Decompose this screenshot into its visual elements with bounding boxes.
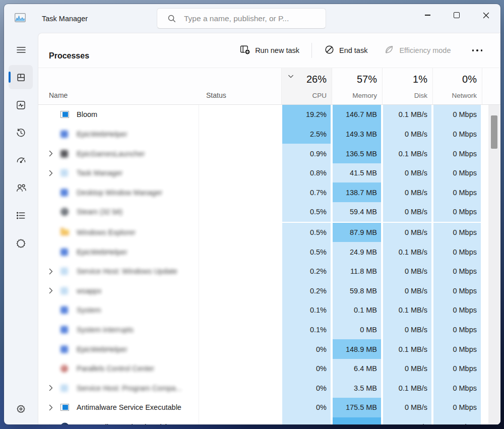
process-disk-cell: 0 MB/s [382,163,432,183]
process-disk-cell: 0 MB/s [382,398,432,417]
process-memory-value: 136.5 MB [333,144,381,163]
column-header-cpu[interactable]: 26% CPU [281,68,332,104]
expand-chevron-icon[interactable] [49,398,53,417]
process-disk-value: 0 MB/s [383,163,431,183]
process-disk-value: 0 MB/s [383,125,431,144]
process-cpu-cell: 0.2% [281,281,332,300]
process-memory-cell: 11.8 MB [332,262,382,281]
memory-column-label: Memory [352,92,377,99]
process-network-cell: 0 Mbps [432,281,482,300]
process-cpu-value: 0.7% [282,182,331,202]
sidebar-item-details[interactable] [4,203,38,227]
column-header-status[interactable]: Status [206,91,226,99]
process-name: Desktop Window Manager [77,182,162,202]
process-memory-cell: 59.4 MB [332,202,382,222]
process-cpu-value: 0.2% [282,262,331,281]
process-disk-cell: 0 MB/s [382,223,432,242]
process-cpu-cell: 0.5% [281,223,332,242]
process-disk-cell: 0.1 MB/s [382,105,432,125]
sidebar-item-app-history[interactable] [4,120,38,145]
vertical-scrollbar[interactable] [488,105,500,424]
app-blue-icon [60,345,68,353]
minimize-button[interactable] [413,4,442,26]
expand-chevron-icon[interactable] [49,417,53,424]
settings-button[interactable] [4,397,38,421]
column-header-memory[interactable]: 57% Memory [332,68,382,104]
process-network-value: 0 Mbps [433,320,481,340]
navigation-rail [4,33,38,424]
process-row[interactable]: EpicWebHelper2.5%149.3 MB0 MB/s0 Mbps [38,125,500,144]
process-row[interactable]: EpicWebHelper0.5%24.9 MB0.1 MB/s0 Mbps [38,242,500,262]
process-row[interactable]: Service Host: Program Compa...0%3.5 MB0.… [38,379,500,398]
process-row[interactable]: Task Manager0.8%41.5 MB0 MB/s0 Mbps [38,163,500,183]
run-new-task-button[interactable]: Run new task [235,41,303,59]
performance-icon [16,100,26,110]
sidebar-item-startup-apps[interactable] [4,148,38,172]
search-box[interactable]: Type a name, publisher, or P... [157,8,326,29]
close-button[interactable] [471,4,500,26]
process-memory-cell: 41.5 MB [332,163,382,183]
process-row[interactable]: Desktop Window Manager0.7%138.7 MB0 MB/s… [38,182,500,202]
efficiency-mode-button[interactable]: Efficiency mode [380,41,455,59]
process-name: Service Host: Program Compa... [77,379,182,398]
process-row[interactable]: System interrupts0.1%0 MB0 MB/s0 Mbps [38,320,500,340]
process-cpu-value: 2.5% [282,125,331,144]
process-memory-value: 138.7 MB [333,182,381,202]
toolbar-divider [311,43,312,58]
process-row[interactable]: Bloom19.2%146.7 MB0.1 MB/s0 Mbps [38,105,500,125]
process-row[interactable]: Windows Explorer0.5%87.9 MB0 MB/s0 Mbps [38,223,500,242]
sidebar-item-performance[interactable] [4,93,38,117]
process-cpu-cell: 0.8% [281,163,332,183]
process-row[interactable]: Antimalware Service Executable0%175.5 MB… [38,398,500,417]
process-cpu-cell: 0% [281,379,332,398]
process-disk-value: 0.1 MB/s [383,242,431,262]
process-name: Bloom [77,105,97,125]
process-cpu-value: 0.5% [282,223,331,242]
process-cpu-cell: 0.1% [281,300,332,320]
process-name: EpicWebHelper [77,242,127,262]
column-header-network[interactable]: 0% Network [432,68,482,104]
process-cpu-value: 0% [282,379,331,398]
cpu-total-value: 26% [306,74,327,85]
memory-total-value: 57% [357,74,377,85]
more-options-button[interactable] [463,42,492,58]
process-network-value: 0 Mbps [433,398,481,417]
app-blue-icon [60,130,68,138]
process-memory-value: 11.8 MB [333,262,381,281]
expand-chevron-icon[interactable] [49,379,53,398]
end-task-button[interactable]: End task [320,41,371,59]
process-memory-value: 6.4 MB [333,359,381,379]
process-row[interactable]: EpicWebHelper0%148.9 MB0.1 MB/s0 Mbps [38,339,500,359]
process-disk-cell: 0 MB/s [382,281,432,300]
sidebar-item-processes[interactable] [4,65,38,89]
process-row[interactable]: Steam Client WebHelper (8)0%530.5 MB0 MB… [38,417,500,424]
sidebar-item-users[interactable] [4,175,38,200]
expand-chevron-icon[interactable] [49,262,53,281]
column-header-disk[interactable]: 1% Disk [382,68,432,104]
app-window-blue-icon [60,404,69,411]
process-row[interactable]: wsappx0.2%59.8 MB0 MB/s0 Mbps [38,281,500,300]
process-row[interactable]: Parallels Control Center0%6.4 MB0 MB/s0 … [38,359,500,379]
process-cpu-cell: 0.5% [281,202,332,222]
process-row[interactable]: System0.1%0.1 MB0.1 MB/s0 Mbps [38,300,500,320]
process-row[interactable]: EpicGamesLauncher0.9%136.5 MB0.1 MB/s0 M… [38,144,500,163]
expand-chevron-icon[interactable] [49,144,53,163]
process-row[interactable]: Steam (32 bit)0.5%59.4 MB0 MB/s0 Mbps [38,202,500,222]
expand-chevron-icon[interactable] [49,281,53,300]
process-disk-value: 0.1 MB/s [383,144,431,163]
process-memory-cell: 0.1 MB [332,300,382,320]
app-red-circle-icon [60,365,68,373]
scrollbar-thumb[interactable] [491,115,497,149]
column-header-name[interactable]: Name [49,91,68,99]
sidebar-item-services[interactable] [4,231,38,255]
app-lightblue-icon [60,268,68,275]
expand-chevron-icon[interactable] [49,163,53,183]
network-column-label: Network [452,92,477,99]
process-disk-value: 0 MB/s [383,359,431,379]
process-cpu-cell: 0.2% [281,262,332,281]
hamburger-menu-button[interactable] [4,38,38,62]
process-row[interactable]: Service Host: Windows Update0.2%11.8 MB0… [38,262,500,281]
maximize-button[interactable] [442,4,471,26]
services-icon [16,238,26,249]
search-icon [167,14,176,23]
